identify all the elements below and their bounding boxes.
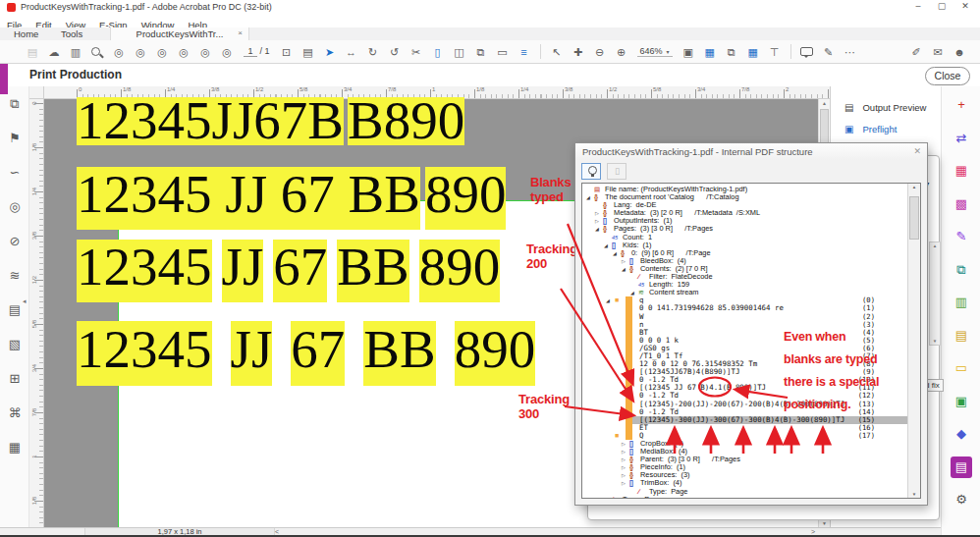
comment-tool-icon[interactable]: ▭ <box>951 357 972 379</box>
bookmarks-panel-icon[interactable]: ⚑ <box>0 121 29 155</box>
tree-row[interactable]: ▷TrimBox: (4) <box>582 479 920 487</box>
resize-icon[interactable]: ↔ <box>341 43 362 61</box>
layers-panel-icon[interactable]: ⊘ <box>0 224 29 258</box>
export-pdf-tool-icon[interactable]: ⇄ <box>951 128 972 149</box>
expander-icon[interactable]: ◢ <box>595 225 603 233</box>
expander-icon[interactable]: ◢ <box>613 249 621 257</box>
rotate-cw-icon[interactable]: ↻ <box>362 43 384 61</box>
expander-icon[interactable]: ◢ <box>622 265 629 273</box>
maximize-button[interactable]: ▢ <box>931 1 953 11</box>
page-number-input[interactable]: 1 <box>244 46 257 57</box>
expander-icon[interactable]: ◢ <box>586 193 594 201</box>
collapse-panel-icon[interactable]: ◂ <box>23 297 27 305</box>
dialog-title-bar[interactable]: ProductKeysWithTracking-1.pdf - Internal… <box>575 143 927 160</box>
tags-panel-icon[interactable]: ⊞ <box>0 361 29 396</box>
expander-icon[interactable]: ▷ <box>622 479 629 487</box>
attachments-panel-icon[interactable]: ∽ <box>0 155 29 189</box>
presentation-icon[interactable]: ⊤ <box>764 43 786 61</box>
order-panel-icon[interactable]: ▧ <box>0 327 29 361</box>
page-forward-icon[interactable]: ◎ <box>216 43 238 61</box>
more-tools-icon[interactable]: ⋯ <box>840 43 861 61</box>
tab-document[interactable]: ProductKeysWithTr... × <box>110 27 249 41</box>
previous-view-icon[interactable]: ◎ <box>130 43 151 61</box>
insert-page-icon[interactable]: ▯ <box>427 43 449 61</box>
tree-row[interactable]: ▷Parent: (3) [3 0 R] /T:Pages <box>582 456 920 463</box>
edit-pdf-tool-icon[interactable]: ▦ <box>951 160 972 182</box>
zoom-presets-icon[interactable]: ▦ <box>742 43 764 61</box>
tree-row[interactable]: Filter: FlateDecode <box>582 273 920 281</box>
share-icon[interactable]: ☁ <box>43 43 65 61</box>
zoom-level-dropdown[interactable]: 646%▾ <box>637 46 673 57</box>
rotate-ccw-icon[interactable]: ↺ <box>384 43 406 61</box>
save-icon[interactable]: ▤ <box>22 43 43 61</box>
tree-row[interactable]: Type: Pages <box>582 496 920 499</box>
find-icon[interactable] <box>86 43 108 61</box>
combine-files-tool-icon[interactable]: ▩ <box>951 193 972 215</box>
shield-tool-icon[interactable]: ◆ <box>951 423 972 445</box>
expander-icon[interactable]: ▷ <box>622 257 629 265</box>
tab-home[interactable]: Home <box>14 27 38 39</box>
tree-row[interactable]: ▷Resources: (3) <box>582 471 920 479</box>
reading-mode-icon[interactable]: ≡ <box>514 43 535 61</box>
scroll-up-icon[interactable]: ▲ <box>908 185 920 189</box>
fit-page-icon[interactable]: ▣ <box>678 43 699 61</box>
minimize-button[interactable]: – <box>907 1 929 11</box>
marquee-zoom-icon[interactable]: ⊡ <box>276 43 298 61</box>
send-person-icon[interactable]: ☻ <box>949 43 970 61</box>
last-page-icon[interactable]: ◎ <box>173 43 194 61</box>
page-back-icon[interactable]: ◎ <box>194 43 216 61</box>
monitor-icon[interactable]: ▭ <box>492 43 514 61</box>
expander-icon[interactable]: ▷ <box>622 456 629 463</box>
expander-icon[interactable]: ▷ <box>622 463 629 471</box>
fit-window-icon[interactable]: ⧉ <box>721 43 742 61</box>
scan-ocr-tool-icon[interactable]: ▥ <box>951 292 972 313</box>
output-preview-item[interactable]: ▤ Output Preview <box>844 98 926 114</box>
expander-icon[interactable]: ▷ <box>595 217 603 225</box>
scroll-up-icon[interactable]: ▲ <box>819 100 830 106</box>
page-number-field[interactable]: 1 / 1 <box>244 46 270 57</box>
comment-bubble-icon[interactable] <box>796 43 818 61</box>
print-production-tool-icon[interactable]: ▤ <box>951 456 972 478</box>
pen-icon[interactable]: ✎ <box>818 43 840 61</box>
scroll-down-icon[interactable]: ▼ <box>819 520 830 526</box>
tree-row[interactable]: ◢Contents: (2) [7 0 R] <box>582 265 920 273</box>
tree-row[interactable]: ▷BleedBox: (4) <box>582 257 920 265</box>
scroll-down-icon[interactable]: ▼ <box>908 492 920 497</box>
expander-icon[interactable]: ▷ <box>622 471 629 479</box>
output-panel-icon[interactable]: ▦ <box>0 430 29 464</box>
fit-width-icon[interactable]: ▦ <box>699 43 721 61</box>
tab-close-icon[interactable]: × <box>238 28 243 37</box>
vertical-ruler[interactable]: 01/81/43/81/25/83/47/811/8 <box>29 99 44 527</box>
tree-row[interactable]: ▷PieceInfo: (1) <box>582 463 920 471</box>
expander-icon[interactable]: ◢ <box>604 242 612 249</box>
split-view-icon[interactable]: ◫ <box>449 43 470 61</box>
dialog-close-icon[interactable]: ✕ <box>913 143 921 160</box>
close-tool-button[interactable]: Close <box>925 67 970 85</box>
next-view-icon[interactable]: ◎ <box>151 43 173 61</box>
fill-sign-tool-icon[interactable]: ✎ <box>951 226 972 247</box>
expander-icon[interactable]: ▷ <box>595 209 603 217</box>
crop-icon[interactable]: ✂ <box>406 43 427 61</box>
content-panel-icon[interactable]: ≋ <box>0 258 29 293</box>
expander-icon[interactable]: ▷ <box>622 440 629 448</box>
organize-pages-tool-icon[interactable]: ⧉ <box>951 259 972 281</box>
create-pdf-tool-icon[interactable]: + <box>951 94 972 116</box>
expander-icon[interactable]: ◢ <box>630 289 638 296</box>
expander-icon[interactable]: ◢ <box>606 296 614 304</box>
scrollbar-thumb[interactable] <box>909 196 919 240</box>
share-review-icon[interactable]: ✐ <box>905 43 927 61</box>
tree-row[interactable]: Length: 159 <box>582 281 920 289</box>
page-info-icon[interactable]: ▤ <box>298 43 319 61</box>
tree-row[interactable]: ▷MediaBox: (4) <box>582 448 920 456</box>
print-tool-icon[interactable]: ▣ <box>951 391 972 412</box>
hand-tool-icon[interactable]: ✚ <box>568 43 589 61</box>
print-icon[interactable]: ▥ <box>65 43 86 61</box>
tree-row[interactable]: ▷CropBox: (4) <box>582 440 920 448</box>
structure-panel-icon[interactable]: ⌘ <box>0 396 29 430</box>
more-tools-icon[interactable]: ⚙ <box>951 489 972 510</box>
tree-row[interactable]: Q(17) <box>582 432 920 440</box>
select-tool-icon[interactable]: ↖ <box>546 43 568 61</box>
syntax-highlight-icon[interactable] <box>581 163 601 180</box>
tab-tools[interactable]: Tools <box>61 27 82 39</box>
protect-tool-icon[interactable]: ▤ <box>951 325 972 347</box>
